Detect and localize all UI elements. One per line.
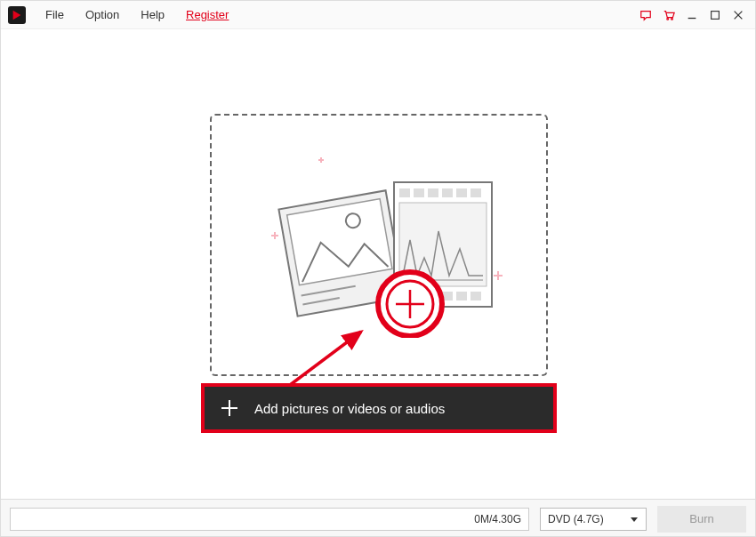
plus-icon — [205, 387, 254, 429]
svg-rect-28 — [456, 292, 467, 301]
drop-zone[interactable] — [210, 114, 548, 376]
placeholder-illustration-icon — [261, 151, 510, 338]
minimize-button[interactable] — [682, 5, 702, 25]
size-progress-text: 0M/4.30G — [474, 513, 521, 525]
svg-rect-18 — [399, 188, 410, 197]
burn-button[interactable]: Burn — [657, 506, 746, 533]
cart-icon[interactable] — [659, 5, 679, 25]
add-media-button[interactable]: Add pictures or videos or audios — [201, 383, 557, 433]
svg-marker-40 — [631, 517, 638, 522]
add-media-label: Add pictures or videos or audios — [254, 401, 445, 416]
maximize-button[interactable] — [705, 5, 725, 25]
chevron-down-icon — [630, 515, 639, 524]
svg-rect-21 — [442, 188, 453, 197]
svg-rect-23 — [470, 188, 481, 197]
svg-rect-19 — [414, 188, 424, 197]
size-progress: 0M/4.30G — [10, 508, 529, 531]
disc-type-label: DVD (4.7G) — [548, 513, 604, 525]
svg-point-1 — [672, 18, 673, 20]
burn-button-label: Burn — [689, 512, 713, 525]
menu-help[interactable]: Help — [130, 4, 175, 25]
menu-file[interactable]: File — [35, 4, 75, 25]
disc-type-select[interactable]: DVD (4.7G) — [540, 508, 647, 531]
titlebar: File Option Help Register — [1, 1, 755, 29]
feedback-icon[interactable] — [636, 5, 655, 25]
main-content: Add pictures or videos or audios — [1, 29, 755, 499]
bottom-bar: 0M/4.30G DVD (4.7G) Burn — [1, 499, 755, 537]
svg-point-0 — [667, 18, 669, 20]
close-button[interactable] — [728, 5, 748, 25]
menu-option[interactable]: Option — [75, 4, 130, 25]
svg-rect-13 — [287, 199, 392, 285]
menu-register[interactable]: Register — [175, 4, 239, 25]
svg-rect-29 — [470, 292, 481, 301]
svg-rect-3 — [712, 11, 720, 19]
svg-rect-22 — [456, 188, 467, 197]
app-logo-icon — [8, 6, 26, 24]
svg-rect-20 — [428, 188, 438, 197]
